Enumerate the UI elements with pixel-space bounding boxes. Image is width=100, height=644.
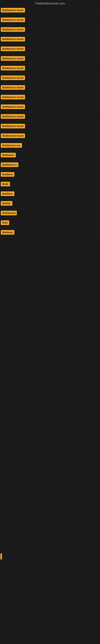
bottleneck-badge-15[interactable]: Bottleneck res: [1, 143, 22, 148]
bottleneck-badge-4[interactable]: Bottleneck result: [1, 37, 25, 42]
bottleneck-badge-23[interactable]: Bott: [1, 220, 9, 225]
result-row[interactable]: Bottlene: [0, 228, 100, 237]
bottleneck-badge-2[interactable]: Bottleneck result: [1, 18, 25, 22]
result-row[interactable]: Bottleneck result: [0, 35, 100, 44]
result-row[interactable]: Bottleneck result: [0, 54, 100, 64]
result-row[interactable]: Bottleneck result: [0, 112, 100, 121]
bottleneck-badge-14[interactable]: Bottleneck result: [1, 134, 25, 138]
result-row[interactable]: Bottleneck result: [0, 25, 100, 34]
bottleneck-badge-8[interactable]: Bottleneck result: [1, 76, 25, 80]
bottleneck-badge-1[interactable]: Bottleneck result: [1, 8, 25, 12]
result-row[interactable]: Bottleneck result: [0, 44, 100, 54]
result-row[interactable]: Bottleneck result: [0, 102, 100, 112]
bottleneck-badge-10[interactable]: Bottleneck result: [1, 95, 25, 100]
result-row[interactable]: Bottleneck result: [0, 122, 100, 131]
bottleneck-badge-20[interactable]: Bottlene: [1, 192, 14, 196]
bottleneck-badge-3[interactable]: Bottleneck result: [1, 27, 25, 32]
result-row[interactable]: Bottler: [0, 199, 100, 208]
result-row[interactable]: Bottleneck result: [0, 74, 100, 83]
result-row[interactable]: Bottleneck result: [0, 83, 100, 92]
bottleneck-badge-9[interactable]: Bottleneck result: [1, 85, 25, 90]
result-row[interactable]: Bottleneck result: [0, 16, 100, 25]
result-row[interactable]: Bottlene: [0, 170, 100, 179]
results-list: Bottleneck resultBottleneck resultBottle…: [0, 6, 100, 237]
site-title: TheBottlenecker.com: [0, 0, 100, 6]
result-row[interactable]: Bottleneck result: [0, 132, 100, 141]
result-row[interactable]: Bottleneck r: [0, 160, 100, 170]
bottleneck-badge-6[interactable]: Bottleneck result: [1, 56, 25, 61]
bottleneck-badge-16[interactable]: Bottlenec: [1, 153, 16, 158]
bottleneck-badge-21[interactable]: Bottler: [1, 201, 12, 206]
bottleneck-badge-22[interactable]: Bottleneck: [1, 211, 17, 215]
bottom-indicator: [0, 554, 2, 560]
bottleneck-badge-7[interactable]: Bottleneck result: [1, 66, 25, 70]
result-row[interactable]: Bottleneck res: [0, 141, 100, 150]
result-row[interactable]: Bottl: [0, 180, 100, 189]
bottleneck-badge-24[interactable]: Bottlene: [1, 230, 14, 235]
result-row[interactable]: Bottleneck: [0, 209, 100, 218]
bottleneck-badge-12[interactable]: Bottleneck result: [1, 114, 25, 119]
result-row[interactable]: Bottleneck result: [0, 64, 100, 73]
bottleneck-badge-11[interactable]: Bottleneck result: [1, 104, 25, 109]
result-row[interactable]: Bottlenec: [0, 151, 100, 160]
bottleneck-badge-5[interactable]: Bottleneck result: [1, 46, 25, 51]
bottom-spacer: [0, 238, 100, 419]
bottleneck-badge-13[interactable]: Bottleneck result: [1, 124, 25, 128]
result-row[interactable]: Bottlene: [0, 190, 100, 199]
result-row[interactable]: Bott: [0, 218, 100, 228]
result-row[interactable]: Bottleneck result: [0, 6, 100, 15]
bottleneck-badge-19[interactable]: Bottl: [1, 182, 10, 186]
bottleneck-badge-17[interactable]: Bottleneck r: [1, 162, 18, 167]
result-row[interactable]: Bottleneck result: [0, 93, 100, 102]
bottleneck-badge-18[interactable]: Bottlene: [1, 172, 14, 177]
